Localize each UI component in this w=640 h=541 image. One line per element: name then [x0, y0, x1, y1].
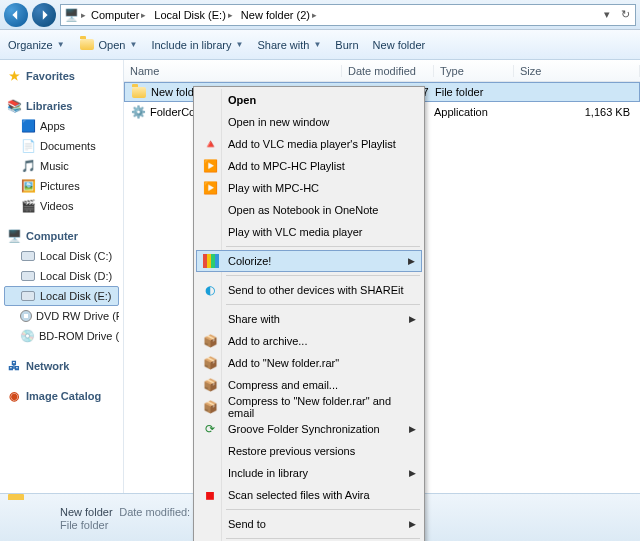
avira-icon: ◼	[202, 487, 218, 503]
column-size[interactable]: Size	[514, 65, 640, 77]
ctx-share-with[interactable]: Share with▶	[196, 308, 422, 330]
share-with-button[interactable]: Share with▼	[257, 39, 321, 51]
chevron-right-icon: ▶	[409, 314, 416, 324]
folder-icon	[8, 500, 50, 536]
sidebar-item-pictures[interactable]: 🖼️Pictures	[4, 176, 119, 196]
sidebar-drive-c[interactable]: Local Disk (C:)	[4, 246, 119, 266]
ctx-compress-email[interactable]: 📦Compress and email...	[196, 374, 422, 396]
chevron-right-icon: ▶	[409, 468, 416, 478]
favorites-group[interactable]: ★Favorites	[4, 66, 119, 86]
app-icon: ⚙️	[130, 104, 146, 120]
context-menu: Open Open in new window 🔺Add to VLC medi…	[193, 86, 425, 541]
music-icon: 🎵	[20, 158, 36, 174]
libraries-group[interactable]: 📚Libraries	[4, 96, 119, 116]
drive-icon	[21, 251, 35, 261]
colorize-icon	[203, 253, 219, 269]
sidebar-item-music[interactable]: 🎵Music	[4, 156, 119, 176]
status-name: New folder	[60, 506, 113, 518]
breadcrumb-drive[interactable]: Local Disk (E:)▸	[151, 9, 236, 21]
disc-icon	[20, 310, 32, 322]
ctx-include-library[interactable]: Include in library▶	[196, 462, 422, 484]
network-icon: 🖧	[6, 358, 22, 374]
ctx-shareit[interactable]: ◐Send to other devices with SHAREit	[196, 279, 422, 301]
sidebar-item-apps[interactable]: 🟦Apps	[4, 116, 119, 136]
refresh-button[interactable]: ↻	[617, 8, 633, 21]
winrar-icon: 📦	[202, 399, 218, 415]
burn-button[interactable]: Burn	[335, 39, 358, 51]
breadcrumb-computer[interactable]: Computer▸	[88, 9, 149, 21]
ctx-restore[interactable]: Restore previous versions	[196, 440, 422, 462]
image-catalog-group[interactable]: ◉Image Catalog	[4, 386, 119, 406]
drive-icon	[21, 271, 35, 281]
ctx-mpc-playlist[interactable]: ▶️Add to MPC-HC Playlist	[196, 155, 422, 177]
winrar-icon: 📦	[202, 355, 218, 371]
sidebar-bdrom-drive[interactable]: 💿BD-ROM Drive (G:) D	[4, 326, 119, 346]
command-bar: Organize▼ Open▼ Include in library▼ Shar…	[0, 30, 640, 60]
breadcrumb-folder[interactable]: New folder (2)▸	[238, 9, 320, 21]
computer-icon: 🖥️	[63, 7, 79, 23]
apps-icon: 🟦	[20, 118, 36, 134]
ctx-colorize[interactable]: Colorize!▶	[196, 250, 422, 272]
star-icon: ★	[6, 68, 22, 84]
ctx-vlc-playlist[interactable]: 🔺Add to VLC media player's Playlist	[196, 133, 422, 155]
sidebar-item-videos[interactable]: 🎬Videos	[4, 196, 119, 216]
sidebar-drive-d[interactable]: Local Disk (D:)	[4, 266, 119, 286]
computer-group[interactable]: 🖥️Computer	[4, 226, 119, 246]
drive-icon	[21, 291, 35, 301]
nav-forward-button[interactable]	[32, 3, 56, 27]
sidebar-item-documents[interactable]: 📄Documents	[4, 136, 119, 156]
address-bar: 🖥️ ▸ Computer▸ Local Disk (E:)▸ New fold…	[0, 0, 640, 30]
chevron-right-icon: ▶	[409, 519, 416, 529]
shareit-icon: ◐	[202, 282, 218, 298]
column-name[interactable]: Name	[124, 65, 342, 77]
ctx-open[interactable]: Open	[196, 89, 422, 111]
libraries-icon: 📚	[6, 98, 22, 114]
image-catalog-icon: ◉	[6, 388, 22, 404]
sidebar-dvd-drive[interactable]: DVD RW Drive (F:) N	[4, 306, 119, 326]
computer-icon: 🖥️	[6, 228, 22, 244]
ctx-play-vlc[interactable]: Play with VLC media player	[196, 221, 422, 243]
ctx-add-rar[interactable]: 📦Add to "New folder.rar"	[196, 352, 422, 374]
column-headers: Name Date modified Type Size	[124, 60, 640, 82]
column-date[interactable]: Date modified	[342, 65, 434, 77]
ctx-groove[interactable]: ⟳Groove Folder Synchronization▶	[196, 418, 422, 440]
pictures-icon: 🖼️	[20, 178, 36, 194]
navigation-pane: ★Favorites 📚Libraries 🟦Apps 📄Documents 🎵…	[0, 60, 124, 493]
breadcrumb-box[interactable]: 🖥️ ▸ Computer▸ Local Disk (E:)▸ New fold…	[60, 4, 636, 26]
documents-icon: 📄	[20, 138, 36, 154]
ctx-add-archive[interactable]: 📦Add to archive...	[196, 330, 422, 352]
nav-back-button[interactable]	[4, 3, 28, 27]
videos-icon: 🎬	[20, 198, 36, 214]
winrar-icon: 📦	[202, 333, 218, 349]
ctx-play-mpc[interactable]: ▶️Play with MPC-HC	[196, 177, 422, 199]
new-folder-button[interactable]: New folder	[373, 39, 426, 51]
ctx-compress-rar-email[interactable]: 📦Compress to "New folder.rar" and email	[196, 396, 422, 418]
vlc-icon: 🔺	[202, 136, 218, 152]
chevron-right-icon: ▶	[409, 424, 416, 434]
mpc-icon: ▶️	[202, 158, 218, 174]
ctx-avira[interactable]: ◼Scan selected files with Avira	[196, 484, 422, 506]
network-group[interactable]: 🖧Network	[4, 356, 119, 376]
open-button[interactable]: Open▼	[79, 37, 138, 53]
folder-icon	[132, 87, 146, 98]
ctx-send-to[interactable]: Send to▶	[196, 513, 422, 535]
organize-button[interactable]: Organize▼	[8, 39, 65, 51]
winrar-icon: 📦	[202, 377, 218, 393]
include-library-button[interactable]: Include in library▼	[151, 39, 243, 51]
ctx-onenote[interactable]: Open as Notebook in OneNote	[196, 199, 422, 221]
mpc-icon: ▶️	[202, 180, 218, 196]
bdrom-icon: 💿	[20, 328, 35, 344]
column-type[interactable]: Type	[434, 65, 514, 77]
chevron-right-icon: ▸	[81, 10, 86, 20]
chevron-right-icon: ▶	[408, 256, 415, 266]
address-dropdown-button[interactable]: ▾	[599, 8, 615, 21]
groove-icon: ⟳	[202, 421, 218, 437]
sidebar-drive-e[interactable]: Local Disk (E:)	[4, 286, 119, 306]
ctx-open-new-window[interactable]: Open in new window	[196, 111, 422, 133]
